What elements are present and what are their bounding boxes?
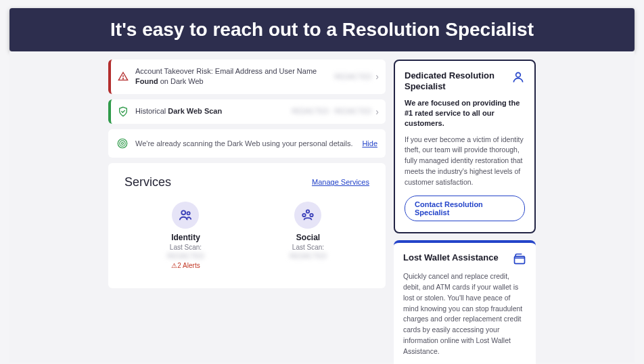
svg-point-10 <box>516 72 521 77</box>
main-column: Account Takeover Risk: Email Address and… <box>108 57 386 363</box>
card-title: Lost Wallet Assistance <box>403 252 499 263</box>
manage-services-link[interactable]: Manage Services <box>312 178 369 186</box>
service-item-identity: Identity Last Scan: REDACTED ⚠2 Alerts <box>167 202 204 269</box>
lost-wallet-card: Lost Wallet Assistance Quickly cancel an… <box>394 240 536 364</box>
svg-point-9 <box>310 214 313 217</box>
svg-point-3 <box>120 141 125 146</box>
svg-point-6 <box>187 212 190 214</box>
service-name: Identity <box>167 233 204 242</box>
service-alerts: ⚠2 Alerts <box>167 262 204 269</box>
svg-point-2 <box>118 139 127 148</box>
svg-point-1 <box>122 78 123 79</box>
card-body: If you ever become a victim of identity … <box>405 135 525 188</box>
social-icon[interactable] <box>294 202 321 229</box>
alert-text: Account Takeover Risk: Email Address and… <box>135 66 334 87</box>
svg-point-8 <box>303 214 306 217</box>
alert-text: Historical Dark Web Scan <box>135 106 292 116</box>
info-message: We're already scanning the Dark Web usin… <box>135 139 362 147</box>
radar-icon <box>116 137 129 150</box>
identity-icon[interactable] <box>172 202 199 229</box>
person-icon <box>511 70 525 84</box>
svg-point-7 <box>306 210 309 212</box>
services-card: Services Manage Services Identity Last S… <box>108 163 386 288</box>
alert-row-darkweb[interactable]: Historical Dark Web Scan REDACTED · REDA… <box>108 99 386 124</box>
contact-specialist-button[interactable]: Contact Resolution Specialist <box>405 196 525 221</box>
alert-meta: REDACTED <box>334 73 371 81</box>
card-body: Quickly cancel and replace credit, debit… <box>403 271 526 357</box>
svg-point-5 <box>182 210 186 214</box>
resolution-specialist-card: Dedicated Resolution Specialist We are f… <box>394 60 536 233</box>
card-title: Dedicated Resolution Specialist <box>405 70 511 93</box>
svg-point-4 <box>122 142 124 144</box>
service-item-social: Social Last Scan: REDACTED <box>290 202 327 269</box>
service-last-scan: REDACTED <box>290 252 327 260</box>
scanning-info-banner: We're already scanning the Dark Web usin… <box>108 129 386 158</box>
service-name: Social <box>290 233 327 242</box>
alert-row-takeover[interactable]: Account Takeover Risk: Email Address and… <box>108 60 386 94</box>
side-column: Dedicated Resolution Specialist We are f… <box>394 57 536 363</box>
service-sub: Last Scan: <box>290 244 327 251</box>
alert-meta: REDACTED · REDACTED <box>292 108 371 115</box>
svg-rect-11 <box>515 256 525 264</box>
dashboard-page: Account Takeover Risk: Email Address and… <box>9 51 635 363</box>
card-subtitle: We are focused on providing the #1 rated… <box>405 98 525 129</box>
hide-link[interactable]: Hide <box>362 139 377 147</box>
chevron-right-icon: › <box>375 106 379 117</box>
service-sub: Last Scan: <box>167 244 204 251</box>
warning-triangle-icon <box>118 71 129 82</box>
shield-check-icon <box>118 106 129 117</box>
services-title: Services <box>124 175 171 189</box>
wallet-icon <box>513 252 526 266</box>
chevron-right-icon: › <box>375 71 379 82</box>
promo-banner: It's easy to reach out to a Resolution S… <box>9 8 635 51</box>
service-last-scan: REDACTED <box>167 252 204 260</box>
